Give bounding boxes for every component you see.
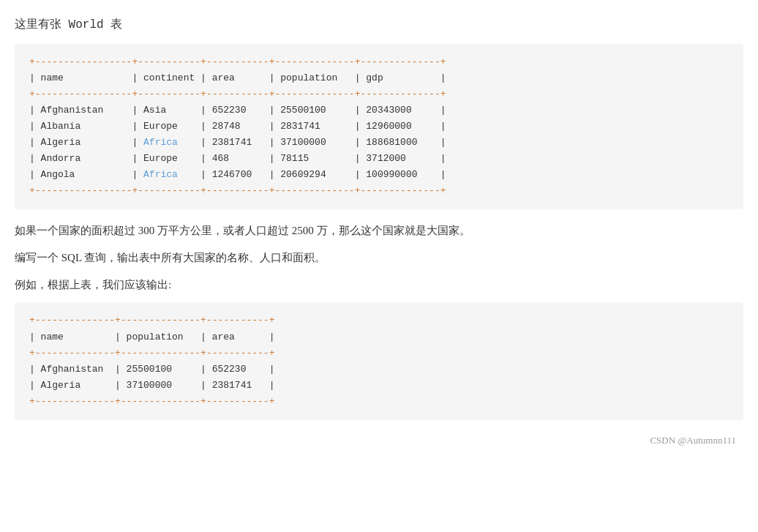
intro-table-name: World <box>61 18 110 31</box>
world-table-sep-top: +-----------------+-----------+---------… <box>29 54 729 70</box>
world-table-row-3: | Andorra | Europe | 468 | 78115 | 37120… <box>29 151 729 167</box>
watermark: CSDN @Autumnn111 <box>15 435 743 446</box>
output-table-sep-bottom: +--------------+--------------+---------… <box>29 394 729 410</box>
world-table-row-2: | Algeria | Africa | 2381741 | 37100000 … <box>29 135 729 151</box>
output-table-block: +--------------+--------------+---------… <box>15 302 743 420</box>
query-text: 编写一个 SQL 查询，输出表中所有大国家的名称、人口和面积。 <box>15 248 743 268</box>
output-table-row-0: | Afghanistan | 25500100 | 652230 | <box>29 361 729 378</box>
example-label: 例如，根据上表，我们应该输出: <box>15 275 743 295</box>
output-table-sep-top: +--------------+--------------+---------… <box>29 312 729 329</box>
output-table-header: | name | population | area | <box>29 329 729 345</box>
world-table-block: +-----------------+-----------+---------… <box>15 44 743 210</box>
world-table-sep-bottom: +-----------------+-----------+---------… <box>29 183 729 199</box>
world-table-sep-mid: +-----------------+-----------+---------… <box>29 86 729 102</box>
intro-label: 这里有张 <box>15 18 61 30</box>
intro-text: 这里有张 World 表 <box>15 15 743 35</box>
condition-text: 如果一个国家的面积超过 300 万平方公里，或者人口超过 2500 万，那么这个… <box>15 221 743 241</box>
page-container: 这里有张 World 表 +-----------------+--------… <box>0 7 758 454</box>
world-table-header: | name | continent | area | population |… <box>29 70 729 86</box>
intro-suffix: 表 <box>110 18 122 30</box>
output-table-row-1: | Algeria | 37100000 | 2381741 | <box>29 378 729 394</box>
world-table-row-4: | Angola | Africa | 1246700 | 20609294 |… <box>29 167 729 183</box>
output-table-sep-mid: +--------------+--------------+---------… <box>29 345 729 361</box>
world-table-row-1: | Albania | Europe | 28748 | 2831741 | 1… <box>29 119 729 135</box>
world-table-row-0: | Afghanistan | Asia | 652230 | 25500100… <box>29 102 729 119</box>
